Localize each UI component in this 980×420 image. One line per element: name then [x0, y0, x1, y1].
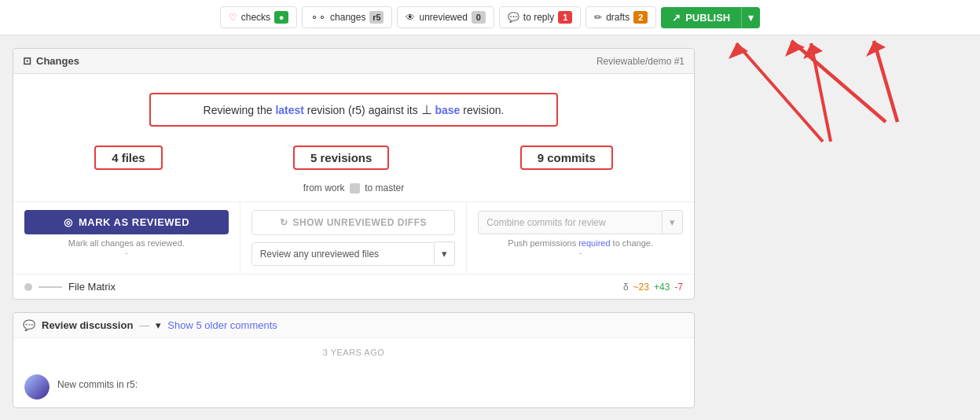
to-reply-badge: 1: [558, 11, 572, 24]
avatar: [24, 374, 50, 400]
comment-icon: 💬: [508, 12, 519, 23]
refresh-icon: ↻: [280, 217, 288, 228]
file-matrix-dot: [24, 283, 32, 291]
publish-label: PUBLISH: [685, 12, 730, 24]
latest-text: latest: [275, 104, 304, 116]
changes-panel-title: Changes: [36, 55, 79, 67]
svg-line-0: [736, 43, 823, 142]
remove-stat: -7: [674, 282, 683, 293]
svg-line-6: [874, 41, 897, 122]
commits-info: from work to master: [13, 182, 694, 193]
combine-select-arrow: ▾: [663, 210, 683, 234]
combine-commits-select: Combine commits for review ▾: [478, 210, 683, 234]
plus-stat: +43: [654, 282, 670, 293]
svg-marker-7: [866, 41, 886, 57]
review-select[interactable]: Review any unreviewed files ▾: [251, 241, 456, 266]
mark-as-reviewed-button[interactable]: ◎ MARK AS REVIEWED: [24, 210, 229, 234]
timestamp-bar: 3 YEARS AGO: [13, 338, 694, 367]
comment-row: New commits in r5:: [13, 367, 694, 407]
changes-badge: r5: [369, 11, 384, 24]
to-reply-button[interactable]: 💬 to reply 1: [499, 6, 581, 28]
changes-label: changes: [330, 12, 365, 23]
unreviewed-button[interactable]: 👁 unreviewed 0: [397, 6, 494, 28]
file-matrix-label: File Matrix: [68, 281, 617, 293]
file-matrix-stats: δ ~23 +43 -7: [623, 282, 683, 293]
perp-symbol: ⊥: [421, 103, 432, 116]
checks-badge: ●: [274, 11, 288, 24]
required-text: required: [578, 238, 610, 248]
drafts-button[interactable]: ✏ drafts 2: [585, 6, 656, 28]
mark-reviewed-cell: ◎ MARK AS REVIEWED Mark all changes as r…: [13, 202, 240, 274]
review-select-arrow[interactable]: ▾: [435, 241, 455, 266]
review-select-text[interactable]: Review any unreviewed files: [251, 242, 435, 266]
commits-from-label: from work: [303, 182, 345, 193]
eye-icon: ◎: [64, 216, 73, 228]
mark-reviewed-sublabel: Mark all changes as reviewed.: [24, 238, 229, 248]
commits-stat: 9 commits: [520, 146, 613, 170]
discussion-panel: 💬 Review discussion — ▾ Show 5 older com…: [13, 312, 695, 408]
copy-icon: [350, 183, 360, 193]
unreviewed-badge: 0: [472, 11, 486, 24]
share-icon: ↗: [672, 12, 681, 24]
discussion-icon: 💬: [23, 319, 35, 331]
review-text-pre: Reviewing the: [204, 104, 276, 116]
files-stat: 4 files: [94, 146, 163, 170]
file-matrix-line: [39, 286, 62, 288]
show-unreviewed-label: SHOW UNREVIEWED DIFFS: [292, 217, 427, 228]
show-unreviewed-button[interactable]: ↻ SHOW UNREVIEWED DIFFS: [251, 210, 456, 235]
changes-button[interactable]: ⚬ changes r5: [302, 6, 392, 28]
changes-panel: ⊡ Changes Reviewable/demo #1 Reviewing t…: [13, 48, 695, 300]
panel-header: ⊡ Changes Reviewable/demo #1: [13, 49, 694, 74]
push-permissions-pre: Push permissions: [508, 238, 578, 248]
heart-icon: [229, 12, 237, 23]
commits-to-label: to master: [365, 182, 404, 193]
eye-icon: 👁: [406, 12, 415, 23]
unreviewed-diffs-cell: ↻ SHOW UNREVIEWED DIFFS Review any unrev…: [240, 202, 468, 274]
file-matrix-row[interactable]: File Matrix δ ~23 +43 -7: [13, 274, 694, 299]
base-text: base: [435, 104, 460, 116]
review-text-end: revision.: [460, 104, 504, 116]
chevron-down-icon: ▾: [670, 216, 675, 228]
svg-marker-5: [785, 41, 805, 57]
chevron-down-icon: ▾: [442, 248, 447, 260]
combine-select-text: Combine commits for review: [478, 211, 663, 234]
pencil-icon: ✏: [594, 12, 602, 23]
discussion-header: 💬 Review discussion — ▾ Show 5 older com…: [13, 313, 694, 338]
drafts-label: drafts: [606, 12, 629, 23]
actions-row: ◎ MARK AS REVIEWED Mark all changes as r…: [13, 201, 694, 274]
checks-button[interactable]: checks ●: [220, 6, 297, 28]
minus-stat: ~23: [633, 282, 649, 293]
unreviewed-label: unreviewed: [419, 12, 467, 23]
push-permissions-text: Push permissions required to change.: [478, 238, 683, 248]
avatar-image: [24, 374, 50, 400]
combine-commits-cell: Combine commits for review ▾ Push permis…: [467, 202, 694, 274]
review-select-wrapper: Review any unreviewed files ▾: [251, 241, 456, 266]
triangle-icon: ▾: [156, 319, 161, 331]
push-permissions-post: to change.: [611, 238, 653, 248]
comment-preview: New commits in r5:: [57, 374, 138, 390]
svg-marker-1: [729, 43, 748, 59]
drafts-badge: 2: [633, 11, 648, 24]
toolbar: checks ● ⚬ changes r5 👁 unreviewed 0 💬 t…: [0, 0, 980, 35]
changes-icon: ⚬: [310, 12, 326, 23]
discussion-title: Review discussion: [42, 319, 133, 331]
show-older-link[interactable]: Show 5 older comments: [167, 319, 277, 331]
checks-label: checks: [241, 12, 270, 23]
svg-line-2: [811, 43, 831, 142]
review-text-mid: revision (r5) against its: [304, 104, 421, 116]
to-reply-label: to reply: [523, 12, 554, 23]
pr-reference: Reviewable/demo #1: [596, 56, 685, 67]
mark-reviewed-label: MARK AS REVIEWED: [79, 216, 189, 228]
svg-line-4: [791, 41, 886, 122]
publish-button[interactable]: ↗ PUBLISH ▾: [661, 7, 760, 28]
main-content: ⊡ Changes Reviewable/demo #1 Reviewing t…: [0, 35, 707, 420]
delta-label: δ: [623, 282, 629, 293]
changes-panel-icon: ⊡: [23, 55, 31, 67]
stats-row: 4 files 5 revisions 9 commits: [13, 138, 694, 178]
revisions-stat: 5 revisions: [293, 146, 389, 170]
svg-marker-3: [803, 43, 823, 59]
publish-dropdown-arrow[interactable]: ▾: [741, 7, 760, 28]
panel-title: ⊡ Changes: [23, 55, 79, 67]
review-info-box: Reviewing the latest revision (r5) again…: [149, 93, 558, 127]
